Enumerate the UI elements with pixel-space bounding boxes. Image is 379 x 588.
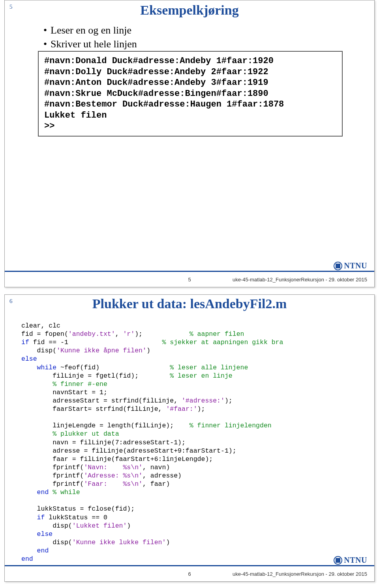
code-text [21,547,37,554]
code-text: ) [166,539,170,546]
slide-1: 5 Eksempelkjøring Leser en og en linje S… [4,0,375,287]
code-text [21,514,37,521]
code-text [21,530,37,538]
code-keyword: end [21,555,33,563]
code-block: clear, clc fid = fopen('andeby.txt', 'r'… [21,322,358,563]
ntnu-logo-icon [334,262,342,270]
code-text: , [115,330,123,338]
code-text [21,380,53,388]
code-keyword: end [37,489,49,496]
code-keyword: while [37,364,57,371]
ntnu-logo: NTNU [334,261,367,270]
code-text: linjeLengde = length(filLinje); [21,422,190,429]
code-comment: % plukker ut data [53,430,119,438]
code-text: navnStart = 1; [21,389,107,396]
ntnu-logo: NTNU [334,556,367,565]
code-text: faarStart= strfind(filLinje, [21,405,166,413]
slide-2: 6 Plukker ut data: lesAndebyFil2.m clear… [4,294,375,582]
code-string: 'Kunne ikke lukke filen' [72,539,166,546]
footer-page-number: 5 [188,277,191,283]
code-string: 'r' [123,330,135,338]
code-string: 'Adresse: %s\n' [84,472,143,479]
code-text: lukkStatus == 0 [45,514,107,521]
code-keyword: end [37,547,49,554]
code-text: adresseStart = strfind(filLinje, [21,397,182,404]
code-text: fid = fopen( [21,330,68,338]
code-comment: % finner #-ene [53,380,107,388]
footer-meta: uke-45-matlab-12_FunksjonerRekursjon - 2… [233,571,367,577]
code-comment: % while [53,489,80,496]
code-string: 'Lukket filen' [72,522,127,530]
code-text: , faar) [143,480,170,488]
ntnu-logo-icon [334,556,342,565]
code-text [21,489,37,496]
code-text: filLinje = fgetl(fid); [21,372,170,380]
code-keyword: else [21,355,37,363]
code-text: ); [225,397,233,404]
code-text: disp( [21,539,72,546]
code-text [21,364,37,371]
code-text: , adresse) [143,472,182,479]
code-string: 'Navn: %s\n' [84,464,143,471]
code-keyword: if [37,514,45,521]
code-text: disp( [21,522,72,530]
code-text: disp( [21,347,56,354]
code-comment: % finner linjelengden [190,422,272,429]
code-text: ) [146,347,150,354]
slide-number-top: 6 [9,298,13,305]
slide-footer: 6 uke-45-matlab-12_FunksjonerRekursjon -… [5,565,374,581]
bullet-item: Skriver ut hele linjen [43,37,374,51]
ntnu-logo-text: NTNU [344,261,367,270]
code-text: clear, clc [21,322,60,330]
code-text: fprintf( [21,480,84,488]
code-text: adresse = filLinje(adresseStart+9:faarSt… [21,447,236,455]
code-text: lukkStatus = fclose(fid); [21,505,135,513]
code-text: ); [197,405,205,413]
bullet-item: Leser en og en linje [43,23,374,37]
code-text: ); [135,330,190,338]
code-string: 'Faar: %s\n' [84,480,143,488]
code-string: '#adresse:' [182,397,225,404]
code-string: '#faar:' [166,405,197,413]
code-keyword: if [21,339,29,346]
slide-title: Eksempelkjøring [5,3,374,18]
footer-page-number: 6 [188,571,191,577]
code-comment: % leser en linje [170,372,232,380]
code-text: faar = filLinje(faarStart+6:linjeLengde)… [21,455,213,463]
code-string: 'andeby.txt' [68,330,115,338]
code-text: fid == -1 [29,339,162,346]
code-text: fprintf( [21,472,84,479]
code-text [21,430,53,438]
code-text: fprintf( [21,464,84,471]
code-text [49,489,53,496]
bullet-list: Leser en og en linje Skriver ut hele lin… [28,23,374,51]
code-text: navn = filLinje(7:adresseStart-1); [21,439,186,446]
code-comment: % leser alle linjene [170,364,248,371]
console-output: #navn:Donald Duck#adresse:Andeby 1#faar:… [38,51,343,137]
ntnu-logo-text: NTNU [344,556,367,565]
code-comment: % aapner filen [190,330,244,338]
code-keyword: else [37,530,53,538]
footer-meta: uke-45-matlab-12_FunksjonerRekursjon - 2… [233,277,367,283]
code-comment: % sjekker at aapningen gikk bra [162,339,283,346]
slide-number-top: 5 [9,4,13,10]
code-string: 'Kunne ikke åpne filen' [56,347,146,354]
slide-title: Plukker ut data: lesAndebyFil2.m [5,296,374,311]
code-text: ) [127,522,131,530]
code-text: ~feof(fid) [56,364,170,371]
code-text: , navn) [143,464,170,471]
slide-footer: 5 uke-45-matlab-12_FunksjonerRekursjon -… [5,271,374,287]
